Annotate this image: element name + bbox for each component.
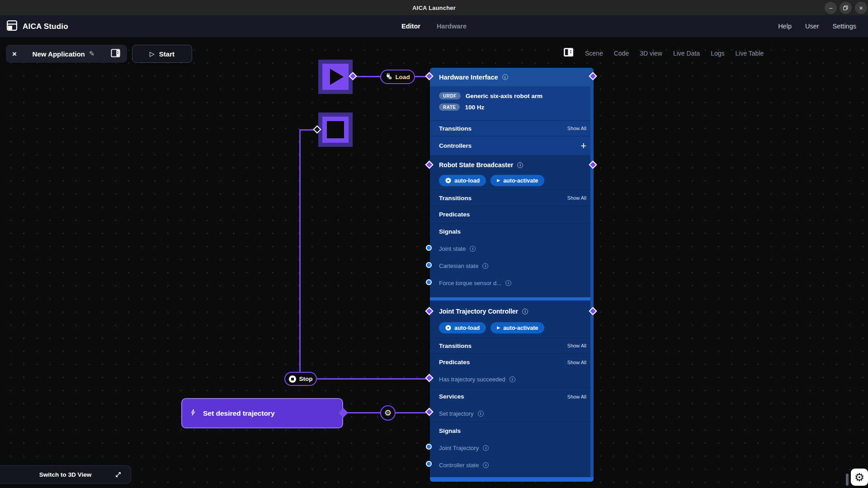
info-icon[interactable] <box>478 411 484 417</box>
stop-icon <box>322 117 349 143</box>
nav-tab-hardware[interactable]: Hardware <box>437 23 467 30</box>
hardware-interface-header[interactable]: Hardware Interface <box>430 68 594 86</box>
settings-fab-button[interactable]: ⚙ <box>851 469 868 486</box>
jtc-services-row: Services Show All <box>430 388 594 405</box>
tab-3d-view[interactable]: 3D view <box>640 50 662 57</box>
show-all-button[interactable]: Show All <box>567 394 586 399</box>
show-all-button[interactable]: Show All <box>567 360 586 365</box>
window-scrollbar-thumb[interactable] <box>846 474 849 486</box>
start-button[interactable]: ▷ Start <box>132 45 192 63</box>
help-link[interactable]: Help <box>778 23 792 30</box>
robot-state-broadcaster-section: Robot State Broadcaster auto-load ▶ auto… <box>430 155 594 297</box>
joint-trajectory-controller-section: Joint Trajectory Controller auto-load ▶ … <box>430 300 594 477</box>
joint-state-signal-port[interactable] <box>426 245 432 251</box>
hw-transitions-row: Transitions Show All <box>430 120 594 136</box>
lightning-icon <box>190 409 196 418</box>
info-icon[interactable] <box>483 462 489 468</box>
window-title: AICA Launcher <box>412 5 456 11</box>
window-close-button[interactable]: × <box>855 2 867 14</box>
play-icon <box>330 69 344 85</box>
info-icon[interactable] <box>470 246 476 252</box>
show-all-button[interactable]: Show All <box>567 195 586 201</box>
edge-play-to-load <box>354 76 381 77</box>
play-icon: ▶ <box>497 326 500 330</box>
controllers-row: Controllers + <box>430 136 594 155</box>
stop-circle-icon <box>289 375 296 383</box>
application-title: New Application <box>33 50 85 58</box>
trajectory-action-label: Set desired trajectory <box>203 409 275 418</box>
info-icon[interactable] <box>505 280 511 286</box>
panel-scrollbar[interactable] <box>590 86 594 477</box>
sidebar-toggle-icon[interactable] <box>110 48 121 60</box>
minimize-icon: − <box>829 5 832 12</box>
info-icon[interactable] <box>522 309 528 314</box>
signal-row: Joint state <box>430 240 594 257</box>
main-nav: Editor Hardware <box>401 23 467 30</box>
broadcaster-title-row: Robot State Broadcaster <box>439 161 523 169</box>
service-call-node[interactable]: ⚙ <box>380 405 396 421</box>
cartesian-state-signal-port[interactable] <box>426 262 432 268</box>
panel-view-icon[interactable] <box>563 47 574 60</box>
show-all-button[interactable]: Show All <box>567 343 586 348</box>
signal-row: Cartesian state <box>430 257 594 274</box>
controller-state-signal-port[interactable] <box>426 461 432 467</box>
add-controller-button[interactable]: + <box>580 141 586 151</box>
view-tabs: Scene Code 3D view Live Data Logs Live T… <box>563 47 764 59</box>
gear-icon: ⚙ <box>854 472 864 483</box>
jtc-transitions-row: Transitions Show All <box>430 338 594 353</box>
tab-scene[interactable]: Scene <box>585 50 603 57</box>
gear-icon: ⚙ <box>384 409 392 417</box>
window-maximize-button[interactable] <box>840 2 852 14</box>
tab-logs[interactable]: Logs <box>711 50 724 57</box>
user-link[interactable]: User <box>805 23 819 30</box>
info-icon[interactable] <box>483 445 489 451</box>
tab-code[interactable]: Code <box>614 50 629 57</box>
app-header: AICA Studio Editor Hardware Help User Se… <box>0 15 868 38</box>
nav-tab-editor[interactable]: Editor <box>401 23 420 30</box>
switch-to-3d-view-button[interactable]: Switch to 3D View <box>0 465 131 483</box>
auto-load-button[interactable]: auto-load <box>439 322 486 333</box>
info-icon[interactable] <box>517 162 523 168</box>
auto-load-button[interactable]: auto-load <box>439 175 486 186</box>
rate-value: 100 Hz <box>465 104 484 111</box>
start-state-node[interactable] <box>318 60 353 94</box>
load-event-pill[interactable]: Load <box>380 70 415 84</box>
jtc-signals-row: Signals <box>430 422 594 439</box>
stop-event-pill[interactable]: Stop <box>284 372 317 386</box>
urdf-value: Generic six-axis robot arm <box>466 93 542 99</box>
jtc-buttons: auto-load ▶ auto-activate <box>439 322 544 333</box>
auto-activate-button[interactable]: ▶ auto-activate <box>491 175 544 186</box>
circled-play-icon <box>445 325 451 331</box>
info-icon[interactable] <box>502 74 508 80</box>
window-titlebar: AICA Launcher <box>0 0 868 15</box>
stop-state-node[interactable] <box>318 113 353 147</box>
show-all-button[interactable]: Show All <box>567 126 586 131</box>
auto-activate-button[interactable]: ▶ auto-activate <box>491 322 544 333</box>
app-brand: AICA Studio <box>6 15 68 38</box>
circled-play-icon <box>445 178 451 183</box>
aica-logo-icon <box>6 20 18 33</box>
tab-live-data[interactable]: Live Data <box>673 50 700 57</box>
settings-link[interactable]: Settings <box>833 23 856 30</box>
maximize-icon <box>843 5 848 12</box>
signal-row: Force torque sensor d... <box>430 274 594 291</box>
signal-row: Joint Trajectory <box>430 439 594 456</box>
force-torque-signal-port[interactable] <box>426 279 432 285</box>
expand-icon <box>115 471 122 480</box>
header-links: Help User Settings <box>778 23 856 30</box>
rate-badge: RATE <box>439 103 460 111</box>
edge-stop-to-panel <box>317 378 430 380</box>
panel-bottom-bar <box>430 477 594 482</box>
joint-trajectory-signal-port[interactable] <box>426 444 432 450</box>
app-name: AICA Studio <box>23 22 68 31</box>
tab-live-table[interactable]: Live Table <box>735 50 764 57</box>
edit-pencil-icon[interactable]: ✎ <box>89 50 95 58</box>
close-application-icon[interactable]: × <box>12 50 17 58</box>
close-icon: × <box>859 5 863 12</box>
window-minimize-button[interactable]: − <box>825 2 837 14</box>
urdf-row: URDF Generic six-axis robot arm <box>439 92 585 99</box>
hardware-interface-title: Hardware Interface <box>439 74 498 81</box>
info-icon[interactable] <box>482 263 488 269</box>
info-icon[interactable] <box>509 376 515 382</box>
set-desired-trajectory-node[interactable]: Set desired trajectory <box>181 398 343 428</box>
